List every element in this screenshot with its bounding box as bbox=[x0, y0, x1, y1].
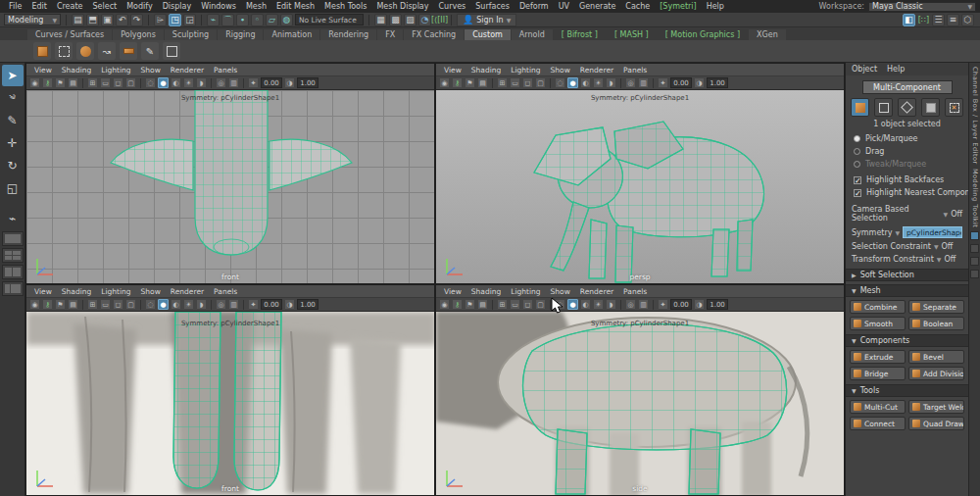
film-gate-icon[interactable]: ▭ bbox=[510, 77, 520, 88]
wireframe-icon[interactable]: ◌ bbox=[555, 77, 565, 88]
sign-in-button[interactable]: 👤 Sign In ▼ bbox=[457, 14, 516, 26]
exposure-value[interactable]: 0.00 bbox=[261, 77, 282, 88]
smooth-button[interactable]: Smooth bbox=[850, 317, 906, 330]
tweak-marquee-radio[interactable]: Tweak/Marquee bbox=[846, 158, 968, 171]
last-tool[interactable]: ⌁ bbox=[2, 208, 24, 229]
isolate-select-icon[interactable]: ◎ bbox=[625, 77, 636, 88]
channel-box-toggle-icon[interactable]: ☰ bbox=[932, 14, 945, 26]
panel-menu-panels[interactable]: Panels bbox=[619, 287, 651, 296]
layout-single-pane-button[interactable] bbox=[2, 231, 24, 246]
exposure-icon[interactable]: ✦ bbox=[658, 299, 668, 310]
panel-menu-shading[interactable]: Shading bbox=[467, 66, 505, 74]
persp-view-canvas[interactable]: Symmetry: pCylinderShape1 persp bbox=[436, 90, 844, 283]
extrude-button[interactable]: Extrude bbox=[850, 350, 906, 364]
marquee-shelf-icon[interactable] bbox=[55, 42, 73, 60]
node-editor-toggle-icon[interactable]: [∷] bbox=[917, 14, 930, 26]
rotate-tool[interactable]: ↻ bbox=[2, 155, 24, 176]
shelf-tab-mash[interactable]: [ MASH ] bbox=[607, 29, 657, 40]
select-camera-icon[interactable]: ◉ bbox=[29, 299, 40, 310]
poly-sphere-shelf-icon[interactable] bbox=[76, 42, 94, 60]
panel-menu-renderer[interactable]: Renderer bbox=[167, 66, 208, 74]
save-scene-icon[interactable]: ▣ bbox=[101, 14, 114, 26]
select-tool[interactable]: ➤ bbox=[2, 65, 24, 86]
menu-curves[interactable]: Curves bbox=[433, 2, 470, 11]
shelf-tab-bifrost[interactable]: [ Bifrost ] bbox=[554, 29, 606, 40]
lock-camera-icon[interactable]: ⚷ bbox=[42, 77, 53, 88]
shelf-tab-fx[interactable]: FX bbox=[377, 29, 403, 40]
symmetry-dropdown[interactable]: Symmetry ▼ pCylinderShape1 bbox=[846, 224, 968, 240]
lock-camera-icon[interactable]: ⚷ bbox=[452, 77, 463, 88]
xray-icon[interactable]: ▥ bbox=[228, 77, 239, 88]
resolution-gate-icon[interactable]: ◻ bbox=[113, 299, 123, 310]
layout-two-pane-button[interactable] bbox=[2, 265, 24, 279]
lock-camera-icon[interactable]: ⚷ bbox=[452, 299, 463, 310]
undo-icon[interactable]: ↶ bbox=[116, 14, 128, 26]
edge-mode-icon[interactable] bbox=[898, 98, 916, 117]
panel-menu-shading[interactable]: Shading bbox=[58, 287, 95, 296]
shaded-icon[interactable]: ● bbox=[567, 77, 578, 88]
shaded-icon[interactable]: ● bbox=[567, 299, 578, 310]
panel-menu-view[interactable]: View bbox=[30, 287, 56, 296]
panel-menu-view[interactable]: View bbox=[30, 66, 56, 74]
shadows-icon[interactable]: ◗ bbox=[606, 77, 616, 88]
separate-button[interactable]: Separate bbox=[908, 300, 964, 314]
viewport-side-sketch[interactable]: View Shading Lighting Show Renderer Pane… bbox=[435, 284, 845, 496]
panel-menu-lighting[interactable]: Lighting bbox=[97, 287, 134, 296]
textured-icon[interactable]: ◐ bbox=[580, 299, 591, 310]
toolkit-menu-help[interactable]: Help bbox=[887, 65, 905, 74]
panel-menu-panels[interactable]: Panels bbox=[210, 287, 241, 296]
add-divisions-button[interactable]: Add Divisions bbox=[908, 367, 964, 380]
lock-camera-icon[interactable]: ⚷ bbox=[42, 299, 53, 310]
combine-button[interactable]: Combine bbox=[850, 300, 906, 314]
outliner-toggle-icon[interactable]: ◧ bbox=[903, 14, 915, 26]
mesh-section-header[interactable]: ▼ Mesh bbox=[846, 284, 968, 297]
select-camera-icon[interactable]: ◉ bbox=[439, 299, 450, 310]
panel-square-icon[interactable] bbox=[970, 244, 979, 253]
shadows-icon[interactable]: ◗ bbox=[606, 299, 616, 310]
make-live-icon[interactable]: ◍ bbox=[280, 14, 293, 26]
select-object-icon[interactable]: ◳ bbox=[169, 14, 181, 26]
panel-menu-view[interactable]: View bbox=[440, 66, 466, 74]
grid-icon[interactable]: ⊞ bbox=[87, 299, 98, 310]
paint-select-tool[interactable]: ✎ bbox=[2, 110, 24, 131]
shelf-tab-sculpting[interactable]: Sculpting bbox=[165, 29, 217, 40]
playback-cache-icons[interactable]: [⟨[II] bbox=[433, 14, 446, 26]
image-plane-icon[interactable]: ▤ bbox=[68, 77, 78, 88]
image-plane-icon[interactable]: ▤ bbox=[477, 299, 488, 310]
side-sketch-canvas[interactable]: Symmetry: pCylinderShape1 side bbox=[436, 312, 844, 495]
toolkit-menu-object[interactable]: Object bbox=[852, 65, 877, 74]
menu-plugin[interactable]: [Symetri] bbox=[655, 2, 701, 11]
modeling-toolkit-vertical-tab[interactable]: Modeling Toolkit bbox=[971, 169, 979, 227]
menu-select[interactable]: Select bbox=[87, 2, 122, 11]
lights-icon[interactable]: ☀ bbox=[183, 77, 194, 88]
gate-mask-icon[interactable]: ▢ bbox=[535, 299, 546, 310]
lasso-tool[interactable]: ༄ bbox=[2, 87, 24, 109]
gamma-icon[interactable]: ◑ bbox=[694, 77, 705, 88]
panel-menu-show[interactable]: Show bbox=[137, 66, 165, 74]
lights-icon[interactable]: ☀ bbox=[183, 299, 194, 310]
shaded-icon[interactable]: ● bbox=[158, 77, 169, 88]
shelf-tab-rigging[interactable]: Rigging bbox=[218, 29, 263, 40]
exposure-icon[interactable]: ✦ bbox=[248, 299, 259, 310]
redo-icon[interactable]: ↷ bbox=[130, 14, 143, 26]
textured-icon[interactable]: ◐ bbox=[580, 77, 591, 88]
snap-curve-icon[interactable]: ⌒ bbox=[221, 14, 234, 26]
select-hierarchy-icon[interactable]: ⌲ bbox=[154, 14, 167, 26]
pencil-shelf-icon[interactable]: ✎ bbox=[141, 42, 159, 60]
wireframe-icon[interactable]: ◌ bbox=[145, 77, 156, 88]
shelf-tab-curves-surfaces[interactable]: Curves / Surfaces bbox=[27, 29, 112, 40]
bookmark-icon[interactable]: ⚑ bbox=[465, 299, 475, 310]
bookmark-icon[interactable]: ⚑ bbox=[55, 299, 66, 310]
gamma-value[interactable]: 1.00 bbox=[707, 77, 728, 88]
gamma-value[interactable]: 1.00 bbox=[297, 299, 318, 310]
camera-based-selection-dropdown[interactable]: Camera Based Selection ▼ Off bbox=[846, 203, 968, 224]
new-scene-icon[interactable]: ▤ bbox=[72, 14, 84, 26]
gamma-icon[interactable]: ◑ bbox=[284, 299, 295, 310]
menu-deform[interactable]: Deform bbox=[514, 2, 554, 11]
panel-menu-renderer[interactable]: Renderer bbox=[576, 287, 617, 296]
active-panel-square-icon[interactable] bbox=[970, 231, 979, 240]
tool-settings-toggle-icon[interactable]: ⬡ bbox=[961, 14, 974, 26]
exposure-icon[interactable]: ✦ bbox=[248, 77, 259, 88]
bridge-button[interactable]: Bridge bbox=[850, 367, 906, 380]
soft-selection-section-header[interactable]: ▶ Soft Selection bbox=[846, 269, 968, 281]
